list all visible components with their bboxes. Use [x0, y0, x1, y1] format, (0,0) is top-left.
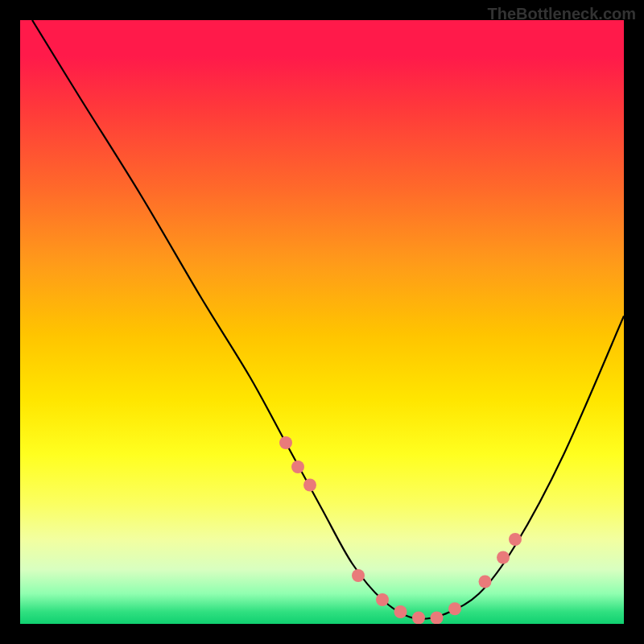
data-dot: [394, 605, 407, 618]
bottleneck-curve: [32, 20, 624, 619]
data-dot: [352, 569, 365, 582]
data-dot: [479, 576, 492, 588]
data-dot: [303, 479, 316, 492]
data-dot: [412, 612, 425, 625]
data-dot: [291, 460, 304, 473]
plot-area: [20, 20, 624, 624]
data-dot: [497, 551, 510, 564]
data-dot: [431, 612, 444, 625]
chart-container: TheBottleneck.com: [0, 0, 644, 644]
watermark-text: TheBottleneck.com: [488, 5, 636, 23]
curve-layer: [20, 20, 624, 624]
data-dot: [509, 533, 522, 546]
data-dot: [279, 436, 292, 449]
data-dot: [376, 593, 389, 606]
data-dot: [448, 602, 461, 615]
data-dots: [279, 436, 522, 624]
